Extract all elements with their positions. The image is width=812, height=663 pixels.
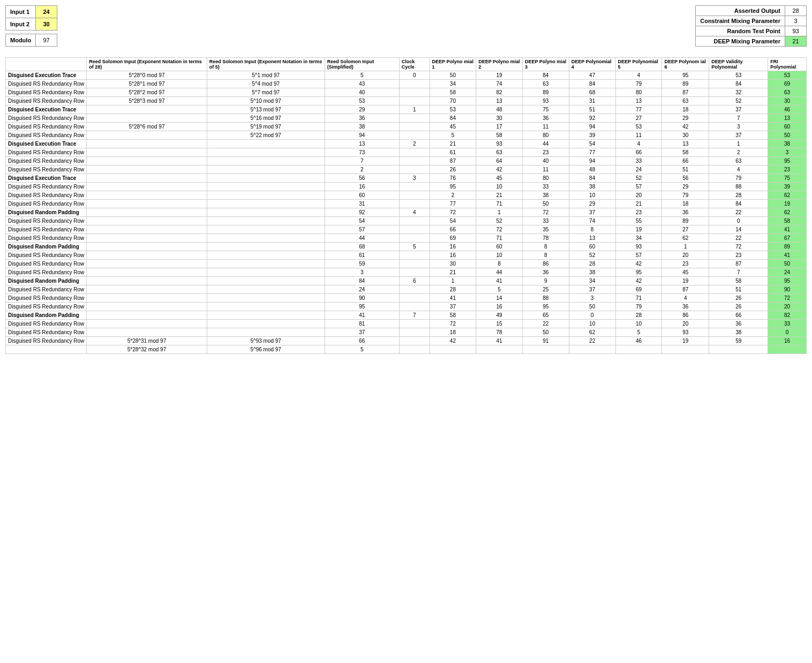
cell-value: 23 (522, 148, 569, 157)
cell-value (207, 234, 325, 243)
cell-value (207, 243, 325, 251)
cell-value: 9 (522, 277, 569, 285)
cell-row-label: Disguised RS Redundancy Row (6, 88, 87, 97)
cell-value (522, 345, 569, 354)
cell-value: 5*28^3 mod 97 (87, 97, 207, 106)
cell-value: 52 (709, 97, 768, 106)
cell-value: 22 (569, 337, 615, 345)
cell-value: 5*28^6 mod 97 (87, 123, 207, 131)
cell-value: 41 (476, 277, 523, 285)
cell-value: 30 (430, 260, 476, 268)
cell-value (399, 345, 430, 354)
cell-value: 13 (325, 140, 399, 148)
table-row: Disguised Random Padding6851660860931728… (6, 243, 807, 251)
cell-value: 1 (430, 277, 476, 285)
cell-value: 22 (709, 234, 768, 243)
cell-row-label: Disguised Random Padding (6, 208, 87, 217)
cell-value (207, 157, 325, 165)
cell-value: 16 (325, 183, 399, 191)
cell-value (207, 311, 325, 320)
cell-value: 55 (615, 217, 662, 225)
cell-value: 30 (662, 131, 709, 140)
cell-value: 20 (662, 251, 709, 260)
cell-value (87, 140, 207, 148)
cell-value: 77 (569, 148, 615, 157)
table-row: Disguised RS Redundancy Row2428525376987… (6, 285, 807, 294)
col-header-deep-validity: DEEP Validity Polynomial (709, 58, 768, 71)
cell-value: 45 (662, 268, 709, 277)
cell-value: 5^22 mod 97 (207, 131, 325, 140)
cell-value: 23 (768, 165, 807, 174)
cell-value: 87 (430, 157, 476, 165)
table-row: Disguised RS Redundancy Row6022138102079… (6, 191, 807, 200)
cell-value: 25 (522, 285, 569, 294)
cell-row-label: Disguised RS Redundancy Row (6, 217, 87, 225)
cell-value (399, 200, 430, 208)
cell-row-label: Disguised RS Redundancy Row (6, 157, 87, 165)
cell-value (709, 345, 768, 354)
table-row: Disguised RS Redundancy Row5*28^1 mod 97… (6, 80, 807, 88)
cell-value (399, 251, 430, 260)
table-row: Disguised RS Redundancy Row8172152210102… (6, 320, 807, 328)
cell-value: 8 (476, 260, 523, 268)
cell-value: 31 (569, 97, 615, 106)
cell-value: 28 (430, 285, 476, 294)
cell-row-label (6, 345, 87, 354)
cell-value (207, 174, 325, 183)
cell-value: 95 (768, 277, 807, 285)
cell-value: 58 (476, 131, 523, 140)
cell-row-label: Disguised Execution Trace (6, 71, 87, 80)
cell-value: 79 (615, 80, 662, 88)
cell-value: 88 (709, 183, 768, 191)
cell-value: 88 (522, 294, 569, 303)
cell-row-label: Disguised RS Redundancy Row (6, 80, 87, 88)
cell-value: 72 (430, 320, 476, 328)
cell-value: 93 (522, 97, 569, 106)
cell-value: 24 (325, 285, 399, 294)
cell-value: 18 (662, 200, 709, 208)
cell-value (207, 260, 325, 268)
cell-value: 53 (615, 123, 662, 131)
constraint-mixing-value: 3 (785, 16, 807, 26)
cell-value: 95 (522, 303, 569, 311)
constraint-mixing-label: Constraint Mixing Parameter (696, 16, 785, 26)
cell-value: 34 (430, 80, 476, 88)
cell-value (399, 183, 430, 191)
cell-value: 20 (615, 191, 662, 200)
cell-value: 50 (430, 71, 476, 80)
table-row: Disguised RS Redundancy Row5766723581927… (6, 225, 807, 234)
cell-value: 30 (768, 97, 807, 106)
cell-value (87, 157, 207, 165)
table-row: Disguised RS Redundancy Row5*28^2 mod 97… (6, 88, 807, 97)
cell-value: 5^13 mod 97 (207, 106, 325, 114)
cell-value: 38 (569, 183, 615, 191)
cell-value (207, 328, 325, 337)
col-header-deep6: DEEP Polynom ial 6 (662, 58, 709, 71)
asserted-output-value: 28 (785, 6, 807, 16)
cell-value: 95 (325, 303, 399, 311)
cell-value: 32 (709, 88, 768, 97)
cell-value: 72 (476, 225, 523, 234)
cell-value: 41 (476, 337, 523, 345)
modulo-label: Modulo (6, 34, 36, 47)
cell-row-label: Disguised Execution Trace (6, 174, 87, 183)
table-row: Disguised RS Redundancy Row1695103338572… (6, 183, 807, 191)
cell-value: 3 (325, 268, 399, 277)
cell-value: 19 (768, 200, 807, 208)
cell-value (87, 106, 207, 114)
random-test-value: 93 (785, 26, 807, 36)
cell-value: 44 (476, 268, 523, 277)
cell-row-label: Disguised RS Redundancy Row (6, 114, 87, 123)
cell-value: 46 (768, 106, 807, 114)
cell-value: 84 (569, 80, 615, 88)
cell-value: 89 (662, 217, 709, 225)
cell-value (87, 183, 207, 191)
cell-value: 57 (615, 251, 662, 260)
table-row: Disguised RS Redundancy Row5*28^3 mod 97… (6, 97, 807, 106)
cell-value (430, 345, 476, 354)
table-row: Disguised Execution Trace5*28^0 mod 975^… (6, 71, 807, 80)
table-row: Disguised RS Redundancy Row7876440943366… (6, 157, 807, 165)
cell-value: 58 (430, 311, 476, 320)
input2-value: 30 (36, 18, 57, 31)
cell-value: 66 (615, 148, 662, 157)
